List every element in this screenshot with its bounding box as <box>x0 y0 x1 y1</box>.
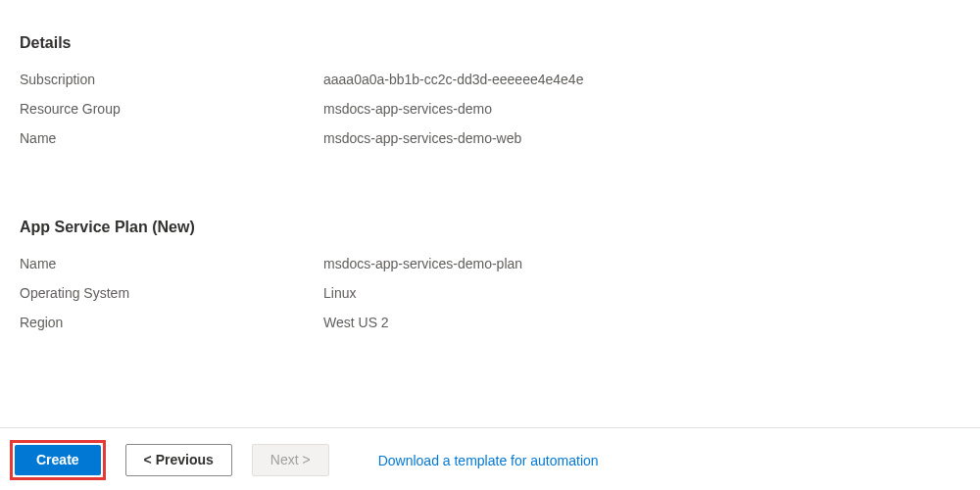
create-button-highlight: Create <box>10 440 106 480</box>
details-heading: Details <box>20 34 960 52</box>
name-label: Name <box>20 128 323 148</box>
wizard-footer: Create < Previous Next > Download a temp… <box>0 427 980 490</box>
resource-group-label: Resource Group <box>20 99 323 119</box>
plan-region-label: Region <box>20 313 323 332</box>
subscription-label: Subscription <box>20 70 323 89</box>
download-template-link[interactable]: Download a template for automation <box>378 453 599 468</box>
plan-region-value: West US 2 <box>323 313 389 332</box>
details-row-subscription: Subscription aaaa0a0a-bb1b-cc2c-dd3d-eee… <box>20 70 960 89</box>
resource-group-value: msdocs-app-services-demo <box>323 99 492 119</box>
plan-os-label: Operating System <box>20 283 323 303</box>
name-value: msdocs-app-services-demo-web <box>323 128 521 148</box>
plan-row-name: Name msdocs-app-services-demo-plan <box>20 254 960 273</box>
details-row-name: Name msdocs-app-services-demo-web <box>20 128 960 148</box>
plan-name-value: msdocs-app-services-demo-plan <box>323 254 522 273</box>
next-button: Next > <box>252 444 329 476</box>
create-button[interactable]: Create <box>15 445 101 475</box>
plan-row-region: Region West US 2 <box>20 313 960 332</box>
app-service-plan-heading: App Service Plan (New) <box>20 219 960 236</box>
plan-os-value: Linux <box>323 283 356 303</box>
plan-row-os: Operating System Linux <box>20 283 960 303</box>
plan-name-label: Name <box>20 254 323 273</box>
previous-button[interactable]: < Previous <box>125 444 232 476</box>
details-row-resource-group: Resource Group msdocs-app-services-demo <box>20 99 960 119</box>
subscription-value: aaaa0a0a-bb1b-cc2c-dd3d-eeeeee4e4e4e <box>323 70 583 89</box>
